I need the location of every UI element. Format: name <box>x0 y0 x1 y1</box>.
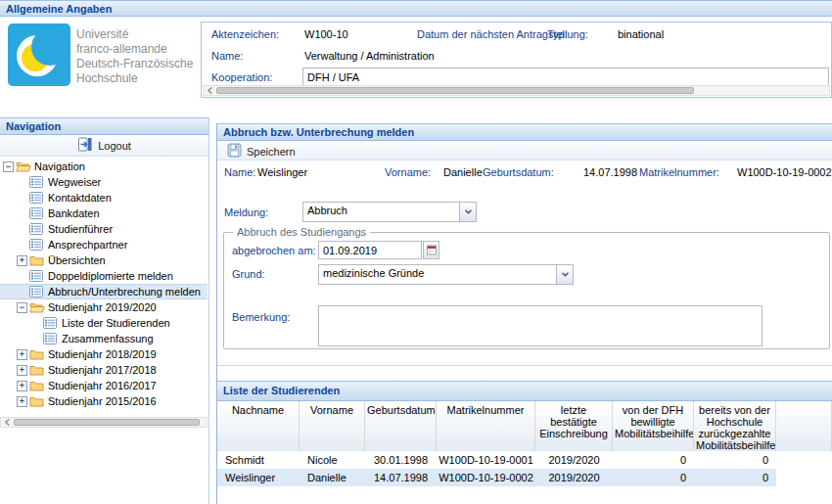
table-row-schmidt[interactable]: SchmidtNicole30.01.1998W100D-10-19-00012… <box>217 451 776 469</box>
aktenzeichen-label: Aktenzeichen: <box>211 28 279 40</box>
logo-line: Hochschule <box>76 71 193 86</box>
tree-item-label: Navigation <box>33 160 85 172</box>
table-cell: Danielle <box>300 469 365 486</box>
student-vorname-value: Danielle <box>443 166 483 178</box>
date-picker-icon[interactable] <box>423 241 439 259</box>
page-title: Allgemeine Angaben <box>6 3 112 15</box>
scrollbar-thumb[interactable] <box>14 419 200 426</box>
column-header-matrikelnummer[interactable]: Matrikelnummer <box>437 401 535 451</box>
scroll-left-arrow-icon[interactable] <box>1 418 13 427</box>
column-header-bereits-von-der-hochschule-zur-ckgezahlte-mobilit-tsbeihilfe[interactable]: bereits von der Hochschule zurückgezahlt… <box>694 401 776 451</box>
logout-button[interactable]: Logout <box>71 135 137 156</box>
tree-item-label: Übersichten <box>47 254 106 266</box>
table-cell: 0 <box>613 451 694 469</box>
logo-line: franco-allemande <box>76 42 193 57</box>
logout-icon <box>77 137 93 154</box>
tree-item-wegweiser[interactable]: Wegweiser <box>0 174 208 190</box>
tree-item-label: Studienjahr 2019/2020 <box>47 301 157 313</box>
tree-item-kontaktdaten[interactable]: Kontaktdaten <box>0 190 208 206</box>
student-matrikel-value: W100D-10-19-0002 <box>737 166 832 178</box>
expand-icon[interactable]: + <box>17 255 27 266</box>
university-name: Université franco-allemande Deutsch-Fran… <box>76 27 193 86</box>
table-cell: Weislinger <box>217 469 300 486</box>
dfh-logo-icon <box>8 23 70 88</box>
tree-indent-spacer <box>30 318 43 329</box>
tree-item-label: Kontaktdaten <box>47 192 112 204</box>
folder-icon <box>29 380 47 391</box>
tree-item-ansprechpartner[interactable]: Ansprechpartner <box>0 237 208 252</box>
typ-value: binational <box>618 28 664 40</box>
collapse-icon[interactable]: − <box>3 161 14 172</box>
folder-icon <box>29 364 47 376</box>
leaf-icon <box>29 207 47 219</box>
table-cell: W100D-10-19-0002 <box>437 469 535 486</box>
save-label: Speichern <box>247 146 296 158</box>
kooperation-input[interactable] <box>302 68 829 86</box>
save-floppy-icon <box>227 143 242 160</box>
scrollbar-thumb[interactable] <box>216 87 694 94</box>
expand-icon[interactable]: + <box>17 365 27 376</box>
navigation-header: Navigation <box>0 117 208 135</box>
tree-item-navigation[interactable]: −Navigation <box>0 159 208 174</box>
table-cell: 0 <box>613 469 694 486</box>
leaf-icon <box>29 223 47 235</box>
tree-item-abbruch-unterbrechung-melden[interactable]: Abbruch/Unterbrechung melden <box>0 284 208 299</box>
tree-item-studienjahr-2015-2016[interactable]: +Studienjahr 2015/2016 <box>0 393 208 409</box>
expand-icon[interactable]: + <box>17 349 27 360</box>
table-cell: W100D-10-19-0001 <box>437 451 535 469</box>
save-button[interactable]: Speichern <box>221 141 301 161</box>
leaf-icon <box>43 333 61 344</box>
column-header-geburtsdatum[interactable]: Geburtsdatum <box>365 401 437 451</box>
column-header-von-der-dfh-bewilligte-mobilit-tsbeihilfe[interactable]: von der DFH bewilligte Mobilitätsbeihilf… <box>613 401 694 451</box>
tree-indent-spacer <box>17 287 29 298</box>
column-header-nachname[interactable]: Nachname <box>217 401 300 451</box>
tree-item-zusammenfassung[interactable]: Zusammenfassung <box>0 331 208 346</box>
table-cell: 2019/2020 <box>535 451 613 469</box>
logout-label: Logout <box>98 140 131 152</box>
tree-item-label: Abbruch/Unterbrechung melden <box>47 286 201 298</box>
collapse-icon[interactable]: − <box>17 302 27 313</box>
expand-icon[interactable]: + <box>17 381 27 391</box>
chevron-down-icon[interactable] <box>459 203 476 221</box>
table-cell: 2019/2020 <box>535 469 613 486</box>
general-info-hscrollbar[interactable] <box>203 85 830 96</box>
logo-line: Université <box>76 27 193 42</box>
tree-item-label: Studienführer <box>47 223 113 235</box>
scroll-left-arrow-icon[interactable] <box>204 86 215 95</box>
tree-item-doppeldiplomierte-melden[interactable]: Doppeldiplomierte melden <box>0 268 208 284</box>
bemerkung-textarea[interactable] <box>318 305 763 346</box>
page-header: Allgemeine Angaben <box>0 0 832 17</box>
column-header-vorname[interactable]: Vorname <box>300 401 365 451</box>
tree-item-liste-der-studierenden[interactable]: Liste der Studierenden <box>0 315 208 331</box>
abbruch-fieldset: Abbruch des Studiengangs abgebrochen am:… <box>223 232 830 349</box>
meldung-combobox[interactable]: Abbruch <box>302 202 477 222</box>
tree-item-studienjahr-2018-2019[interactable]: +Studienjahr 2018/2019 <box>0 346 208 362</box>
leaf-icon <box>29 192 47 204</box>
tree-item-studienjahr-2017-2018[interactable]: +Studienjahr 2017/2018 <box>0 362 208 378</box>
main-toolbar: Speichern <box>217 141 832 160</box>
table-cell: Schmidt <box>217 451 300 469</box>
bemerkung-label: Bemerkung: <box>232 311 290 323</box>
navigation-hscrollbar[interactable] <box>0 417 208 428</box>
tree-item-studienjahr-2016-2017[interactable]: +Studienjahr 2016/2017 <box>0 378 208 393</box>
tree-item-label: Doppeldiplomierte melden <box>47 270 173 282</box>
typ-label: Typ: <box>547 28 568 40</box>
column-header-letzte-best-tigte-einschreibung[interactable]: letzte bestätigte Einschreibung <box>535 401 613 451</box>
name-label: Name: <box>211 50 243 62</box>
table-cell: 14.07.1998 <box>365 469 437 486</box>
tree-item-studienjahr-2019-2020[interactable]: −Studienjahr 2019/2020 <box>0 299 208 315</box>
grid-header-row: NachnameVornameGeburtsdatumMatrikelnumme… <box>217 401 832 451</box>
chevron-down-icon[interactable] <box>556 265 573 284</box>
leaf-icon <box>29 239 47 251</box>
tree-item-studienf-hrer[interactable]: Studienführer <box>0 221 208 237</box>
tree-item-label: Studienjahr 2017/2018 <box>47 364 157 376</box>
tree-item-bersichten[interactable]: +Übersichten <box>0 252 208 268</box>
table-row-weislinger[interactable]: WeislingerDanielle14.07.1998W100D-10-19-… <box>217 469 776 486</box>
tree-item-label: Wegweiser <box>47 176 101 188</box>
abgebrochen-am-input[interactable] <box>318 241 422 259</box>
list-header: Liste der Studierenden <box>217 381 832 401</box>
expand-icon[interactable]: + <box>17 396 27 407</box>
tree-item-bankdaten[interactable]: Bankdaten <box>0 206 208 221</box>
main-title: Abbruch bzw. Unterbrechung melden <box>223 126 414 138</box>
grund-combobox[interactable]: medizinische Gründe <box>318 264 574 285</box>
